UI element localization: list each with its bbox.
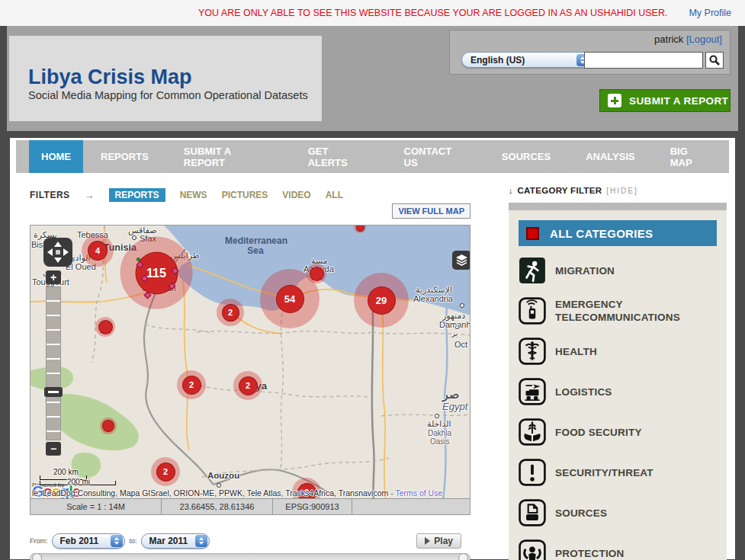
report-pin-green-icon[interactable] — [136, 258, 140, 261]
health-icon — [519, 338, 546, 365]
to-month-value: Mar 2011 — [142, 536, 195, 546]
report-cluster[interactable]: 4 — [82, 235, 114, 267]
map-label-mediterranean-2: Sea — [225, 246, 286, 256]
report-cluster-dot[interactable] — [100, 418, 117, 434]
viewmap-row: VIEW FULL MAP — [30, 203, 470, 219]
map-pan-control[interactable] — [43, 238, 72, 267]
nav-analysis[interactable]: ANALYSIS — [568, 140, 653, 173]
filter-tab-video[interactable]: VIDEO — [282, 190, 310, 200]
hide-link[interactable]: [HIDE] — [606, 187, 637, 195]
category-logistics[interactable]: LOGISTICS — [519, 378, 717, 405]
timeline-slider[interactable] — [30, 553, 470, 560]
map-label-mediterranean: Mediterranean Sea — [225, 236, 286, 256]
status-empty — [352, 499, 470, 514]
from-month-value: Feb 2011 — [53, 536, 111, 546]
filter-tab-all[interactable]: ALL — [326, 190, 343, 200]
map-layers-button[interactable] — [452, 251, 470, 270]
zoom-slider-handle[interactable] — [44, 387, 63, 397]
logout-link[interactable]: [Logout] — [686, 34, 722, 45]
category-security-threat[interactable]: SECURITY/THREAT — [519, 459, 717, 486]
status-scale: Scale = 1 : 14M — [31, 499, 162, 514]
category-sources[interactable]: SOURCES — [519, 499, 717, 526]
report-cluster[interactable]: 2 — [151, 457, 180, 486]
layers-icon — [455, 254, 468, 267]
from-month-select[interactable]: Feb 2011 — [52, 533, 125, 549]
food-security-icon — [519, 418, 546, 446]
submit-report-button[interactable]: SUBMIT A REPORT — [599, 89, 731, 112]
terms-of-use-link[interactable]: Terms of Use — [395, 488, 442, 498]
cluster-dot-core — [356, 225, 364, 232]
content: FILTERS → REPORTS NEWS PICTURES VIDEO AL… — [16, 173, 729, 560]
search-button[interactable] — [705, 52, 724, 69]
category-panel: ALL CATEGORIES — [509, 203, 727, 560]
submit-report-label: SUBMIT A REPORT — [629, 95, 728, 107]
nav-big-map[interactable]: BIG MAP — [653, 140, 729, 173]
dakhla-town-dot — [435, 414, 439, 418]
map-label-egypt-ar: صر — [442, 387, 459, 402]
status-coordinates: 23.66455, 28.61346 — [162, 499, 273, 514]
header-band: Libya Crisis Map Social Media Mapping fo… — [7, 26, 738, 131]
report-cluster[interactable]: 2 — [217, 299, 244, 326]
page: Libya Crisis Map Social Media Mapping fo… — [0, 26, 745, 559]
cluster-count: 2 — [182, 376, 201, 395]
my-profile-link[interactable]: My Profile — [689, 8, 731, 18]
crisis-map[interactable]: Tebessa صفاقس Sfax Tunisia بسكرة Biskra … — [30, 225, 470, 499]
map-status-bar: Scale = 1 : 14M 23.66455, 28.61346 EPSG:… — [30, 499, 470, 515]
filter-tab-pictures[interactable]: PICTURES — [222, 190, 268, 200]
category-health[interactable]: HEALTH — [519, 338, 717, 365]
nav-contact-us[interactable]: CONTACT US — [387, 140, 484, 173]
search-input[interactable] — [584, 52, 703, 69]
category-filter-header: ↓ CATEGORY FILTER [HIDE] — [509, 186, 727, 195]
main-nav: HOME REPORTS SUBMIT A REPORT GET ALERTS … — [16, 140, 729, 173]
pan-up-icon[interactable] — [54, 242, 62, 247]
plus-icon — [608, 94, 621, 107]
nav-home[interactable]: HOME — [29, 140, 83, 173]
report-cluster-dot[interactable] — [307, 264, 326, 283]
select-stepper-icon — [195, 535, 207, 547]
filter-tab-reports[interactable]: REPORTS — [109, 188, 165, 202]
logistics-icon — [519, 378, 546, 405]
nav-get-alerts[interactable]: GET ALERTS — [291, 140, 387, 173]
report-cluster[interactable]: 29 — [354, 273, 409, 328]
category-food-security[interactable]: FOOD SECURITY — [519, 418, 717, 446]
filter-tab-news[interactable]: NEWS — [180, 190, 207, 200]
play-button[interactable]: Play — [416, 533, 461, 549]
slider-handle-end[interactable] — [458, 553, 468, 560]
pan-right-icon[interactable] — [63, 248, 69, 256]
nav-reports[interactable]: REPORTS — [83, 140, 166, 173]
cluster-dot-core — [98, 320, 113, 334]
report-cluster[interactable]: 2 — [233, 371, 262, 400]
category-label: FOOD SECURITY — [555, 426, 642, 439]
pan-center-icon[interactable] — [56, 250, 60, 254]
all-categories-row[interactable]: ALL CATEGORIES — [519, 220, 717, 246]
category-sidebar: ↓ CATEGORY FILTER [HIDE] ALL CATEGORIES — [509, 173, 727, 560]
slider-handle-start[interactable] — [32, 553, 42, 560]
category-migration[interactable]: MIGRATION — [519, 257, 717, 284]
report-cluster[interactable]: 115 — [120, 237, 193, 309]
view-full-map-button[interactable]: VIEW FULL MAP — [392, 203, 470, 219]
play-icon — [425, 537, 430, 545]
pan-down-icon[interactable] — [54, 258, 62, 263]
migration-icon — [519, 257, 546, 284]
status-projection: EPSG:900913 — [273, 499, 352, 514]
report-cluster[interactable]: 2 — [177, 370, 206, 399]
language-select[interactable]: English (US) — [461, 52, 591, 68]
category-label: PROTECTION — [555, 547, 625, 560]
nav-submit-a-report[interactable]: SUBMIT A REPORT — [166, 140, 291, 173]
search-group — [584, 52, 724, 69]
all-categories-label: ALL CATEGORIES — [550, 227, 653, 240]
zoom-in-button[interactable]: + — [46, 270, 61, 284]
all-categories-swatch — [526, 227, 539, 240]
pan-left-icon[interactable] — [47, 248, 53, 256]
cluster-dot-core — [102, 420, 114, 432]
zoom-slider-track[interactable] — [46, 286, 61, 440]
category-protection[interactable]: PROTECTION — [519, 539, 717, 560]
report-cluster-dot[interactable] — [95, 317, 115, 337]
category-filter-title: CATEGORY FILTER — [518, 186, 602, 195]
to-month-select[interactable]: Mar 2011 — [141, 533, 210, 549]
category-emergency-telecommunications[interactable]: EMERGENCY TELECOMMUNICATIONS — [519, 297, 717, 325]
cluster-dot-core — [310, 267, 324, 281]
zoom-out-button[interactable]: − — [46, 442, 61, 456]
nav-sources[interactable]: SOURCES — [484, 140, 568, 173]
search-icon — [709, 55, 720, 66]
